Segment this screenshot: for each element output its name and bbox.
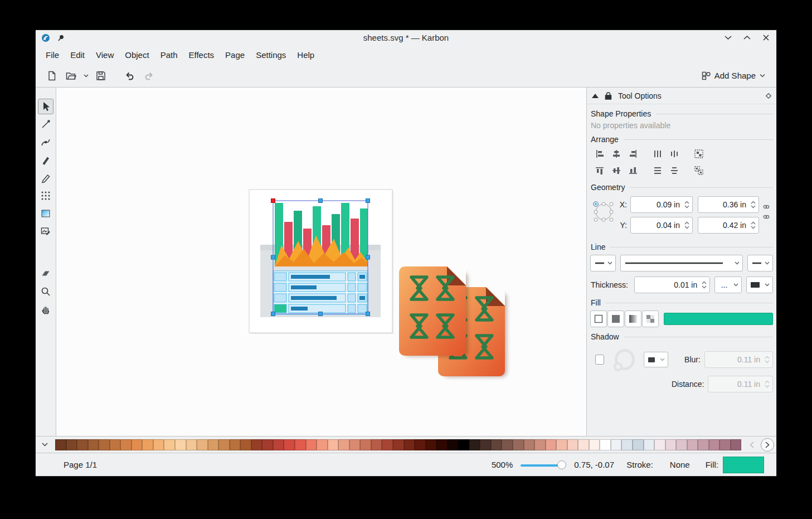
group-objects-button[interactable]	[692, 147, 706, 161]
fill-gradient-button[interactable]	[625, 311, 641, 327]
shadow-distance-input[interactable]: 0.11 in	[708, 376, 773, 392]
align-vertical-bottom-button[interactable]	[626, 163, 640, 178]
palette-swatch[interactable]	[251, 439, 262, 450]
palette-swatch[interactable]	[132, 439, 143, 450]
palette-swatch[interactable]	[404, 439, 415, 450]
palette-swatch[interactable]	[110, 439, 121, 450]
palette-swatch[interactable]	[491, 439, 502, 450]
palette-swatch[interactable]	[55, 439, 66, 450]
ungroup-objects-button[interactable]	[692, 163, 706, 178]
align-horizontal-center-button[interactable]	[609, 147, 624, 161]
palette-swatch[interactable]	[556, 439, 567, 450]
distribute-vertical-center-button[interactable]	[667, 163, 682, 178]
canvas[interactable]	[56, 88, 587, 436]
artboard-page[interactable]	[249, 190, 393, 334]
geometry-height-input[interactable]: 0.42 in	[698, 217, 759, 234]
spinner-arrows-icon[interactable]	[750, 221, 756, 230]
image-edit-tool[interactable]	[38, 224, 54, 239]
palette-swatch[interactable]	[709, 439, 720, 450]
spinner-arrows-icon[interactable]	[684, 200, 690, 209]
palette-swatch[interactable]	[567, 439, 578, 450]
spinner-arrows-icon[interactable]	[701, 280, 707, 289]
palette-swatch[interactable]	[644, 439, 655, 450]
palette-swatch[interactable]	[415, 439, 426, 450]
palette-swatch[interactable]	[731, 439, 742, 450]
open-dropdown-chevron-icon[interactable]	[81, 67, 90, 84]
selection-origin-handle[interactable]	[271, 199, 275, 203]
zoom-tool[interactable]	[38, 284, 54, 299]
palette-swatch[interactable]	[719, 439, 731, 450]
palette-swatch[interactable]	[273, 439, 284, 450]
shadow-blur-input[interactable]: 0.11 in	[704, 351, 773, 368]
palette-swatch[interactable]	[218, 439, 230, 450]
palette-swatch[interactable]	[88, 439, 99, 450]
calligraphy-tool[interactable]	[38, 152, 54, 168]
palette-swatch[interactable]	[502, 439, 513, 450]
distribute-horizontal-center-button[interactable]	[667, 147, 682, 161]
palette-swatch[interactable]	[262, 439, 273, 450]
thickness-input[interactable]: 0.01 in	[634, 277, 710, 293]
palette-swatch[interactable]	[349, 439, 361, 450]
palette-swatch[interactable]	[393, 439, 404, 450]
geometry-x-input[interactable]: 0.09 in	[630, 196, 693, 213]
palette-swatch[interactable]	[284, 439, 295, 450]
fill-pattern-button[interactable]	[642, 311, 659, 327]
palette-swatch[interactable]	[317, 439, 328, 450]
palette-swatch[interactable]	[142, 439, 153, 450]
align-vertical-center-button[interactable]	[609, 163, 624, 178]
minimize-button[interactable]	[723, 33, 733, 43]
palette-swatch[interactable]	[480, 439, 491, 450]
line-join-select[interactable]: ...	[714, 277, 741, 293]
shadow-color-select[interactable]	[644, 352, 668, 367]
palette-swatch[interactable]	[513, 439, 524, 450]
keep-aspect-link-icon[interactable]	[763, 204, 770, 210]
align-horizontal-right-button[interactable]	[626, 147, 640, 161]
fill-color-swatch[interactable]	[664, 313, 773, 325]
menu-help[interactable]: Help	[291, 47, 320, 62]
palette-swatch[interactable]	[534, 439, 546, 450]
palette-swatch[interactable]	[448, 439, 459, 450]
close-button[interactable]	[761, 33, 771, 43]
undo-button[interactable]	[121, 67, 138, 84]
fill-solid-button[interactable]	[607, 311, 624, 327]
pan-tool[interactable]	[38, 302, 54, 317]
palette-swatch[interactable]	[687, 439, 698, 450]
zoom-slider-thumb[interactable]	[557, 460, 566, 469]
shadow-enable-checkbox[interactable]	[595, 355, 604, 365]
palette-scroll-left-button[interactable]	[745, 438, 758, 452]
palette-swatch[interactable]	[621, 439, 633, 450]
spinner-arrows-icon[interactable]	[750, 200, 756, 209]
pen-tool[interactable]	[38, 117, 54, 132]
palette-swatch[interactable]	[186, 439, 197, 450]
palette-swatch[interactable]	[458, 439, 469, 450]
geometry-y-input[interactable]: 0.04 in	[630, 217, 693, 234]
palette-swatch[interactable]	[164, 439, 175, 450]
distribute-horizontal-left-button[interactable]	[650, 147, 665, 161]
float-dock-icon[interactable]	[766, 93, 771, 99]
palette-swatch[interactable]	[382, 439, 393, 450]
align-vertical-top-button[interactable]	[592, 163, 607, 178]
new-document-button[interactable]	[43, 67, 60, 84]
palette-swatch[interactable]	[175, 439, 186, 450]
menu-path[interactable]: Path	[155, 47, 183, 62]
menu-edit[interactable]: Edit	[65, 47, 90, 62]
spinner-arrows-icon[interactable]	[684, 221, 690, 230]
line-style-select[interactable]	[620, 255, 743, 271]
palette-swatch[interactable]	[524, 439, 535, 450]
menu-object[interactable]: Object	[119, 47, 154, 62]
palette-swatch[interactable]	[77, 439, 88, 450]
palette-swatch[interactable]	[371, 439, 382, 450]
palette-swatch[interactable]	[230, 439, 241, 450]
palette-swatch[interactable]	[99, 439, 110, 450]
chart-illustration[interactable]	[260, 203, 381, 317]
zoom-slider[interactable]	[521, 460, 566, 470]
palette-swatch[interactable]	[611, 439, 622, 450]
fill-none-button[interactable]	[590, 311, 607, 327]
dock-header[interactable]: Tool Options	[587, 88, 776, 104]
sheets-document-icon-front[interactable]	[399, 266, 468, 357]
palette-collapse-button[interactable]	[37, 438, 52, 452]
palette-swatch[interactable]	[120, 439, 132, 450]
palette-swatch[interactable]	[698, 439, 709, 450]
palette-swatch[interactable]	[328, 439, 339, 450]
open-document-button[interactable]	[62, 67, 79, 84]
